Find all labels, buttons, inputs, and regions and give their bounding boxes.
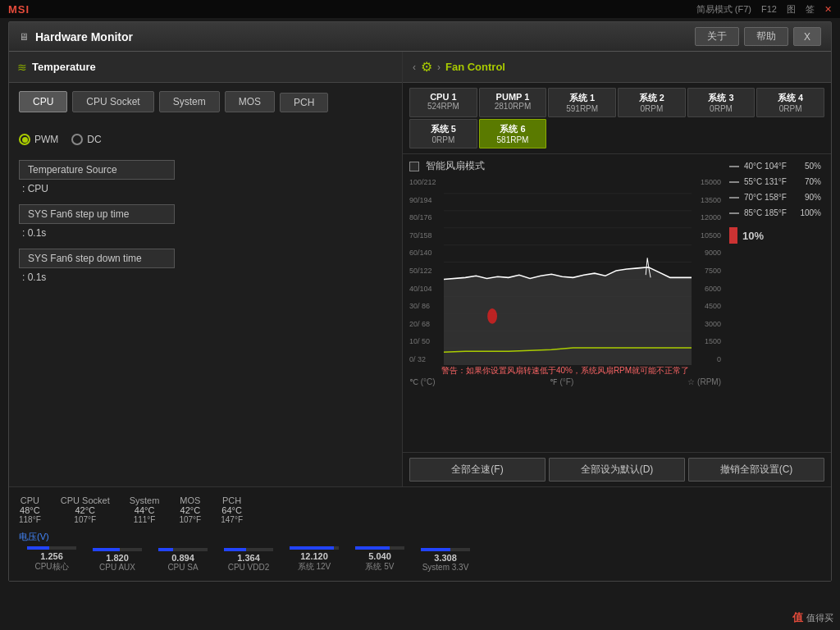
voltage-系统 12V: 12.120 系统 12V [281,546,347,573]
window-title: Hardware Monitor [35,30,133,43]
close-button[interactable]: X [793,27,821,46]
temperature-tab-header: ≋ Temperature [9,52,402,83]
fan-speed-grid: CPU 1524RPMPUMP 12810RPM系统 1591RPM系统 20R… [403,83,831,154]
fan-cell-PUMP-1[interactable]: PUMP 12810RPM [479,88,547,117]
voltage-section-label: 电压(V) [19,531,821,543]
title-bar: 🖥 Hardware Monitor 关于 帮助 X [9,22,831,52]
temp-marker-row: 55°C 131°F 70% [726,175,824,189]
dc-radio[interactable]: DC [71,134,101,145]
right-panel: ‹ ⚙ › Fan Control CPU 1524RPMPUMP 12810R… [403,52,831,486]
main-window: 🖥 Hardware Monitor 关于 帮助 X ≋ Temperature… [8,21,832,582]
pch-temp-button[interactable]: PCH [280,93,328,112]
fan-cell-系统-2[interactable]: 系统 20RPM [618,88,686,117]
voltage-section: 电压(V) 1.256 CPU核心 1.820 CPU AUX 0.894 CP… [19,527,821,576]
sensor-System: System 44°C 111°F [130,495,160,524]
temperature-buttons: CPU CPU Socket System MOS PCH [9,83,402,117]
monitor-icon: 🖥 [19,31,29,43]
voltage-CPU核心: 1.256 CPU核心 [19,546,84,573]
close-top-icon[interactable]: ✕ [824,4,832,15]
chart-container: 智能风扇模式 100/21290/19480/17670/15860/14050… [403,154,831,452]
chart-y-labels-right: 1500013500120001050090007500600045003000… [692,176,721,365]
chart-title-row: 智能风扇模式 [409,159,721,173]
chart-right-sidebar: 40°C 104°F 50% 55°C 131°F 70% 70°C 158°F… [726,159,824,447]
left-panel: ≋ Temperature CPU CPU Socket System MOS … [9,52,403,486]
temperature-source-value: : CPU [19,181,392,196]
msi-top-bar: MSI 简易模式 (F7) F12 图 签 ✕ [0,0,840,18]
fan-cell-系统-1[interactable]: 系统 1591RPM [548,88,616,117]
system-temp-button[interactable]: System [159,91,220,112]
chart-area: 智能风扇模式 100/21290/19480/17670/15860/14050… [409,159,721,447]
cpu-temp-button[interactable]: CPU [19,91,67,112]
set-default-button[interactable]: 全部设为默认(D) [549,458,685,482]
pwm-dc-radio-group: PWM DC [19,127,392,152]
top-right-controls: 简易模式 (F7) F12 图 签 ✕ [696,3,832,16]
temperature-source-group: Temperature Source : CPU [19,160,392,196]
action-buttons: 全部全速(F) 全部设为默认(D) 撤销全部设置(C) [403,452,831,486]
pwm-radio-label: PWM [34,134,58,145]
step-down-label[interactable]: SYS Fan6 step down time [19,249,175,268]
title-bar-buttons: 关于 帮助 X [695,27,821,46]
temp-marker-row: 85°C 185°F 100% [726,206,824,220]
f12-icon[interactable]: F12 [761,4,777,14]
smart-mode-label: 智能风扇模式 [426,159,485,173]
pwm-radio[interactable]: PWM [19,134,58,145]
nav-prev-icon[interactable]: ‹ [413,62,416,73]
temperature-source-label[interactable]: Temperature Source [19,160,175,180]
fan-cell-CPU-1[interactable]: CPU 1524RPM [409,88,477,117]
easy-mode-label[interactable]: 简易模式 (F7) [696,3,751,16]
fan-tab-icon: ⚙ [421,59,432,75]
pwm-radio-circle [19,134,30,145]
percent-bar [729,227,737,244]
fan-cell-系统-6[interactable]: 系统 6581RPM [479,119,547,148]
help-button[interactable]: 帮助 [744,27,788,46]
svg-point-11 [487,308,497,324]
chart-y-labels-left: 100/21290/19480/17670/15860/14050/12240/… [409,176,444,365]
voltage-CPU SA: 0.894 CPU SA [150,548,216,572]
fan-cell-系统-5[interactable]: 系统 50RPM [409,119,477,148]
fan-tab-header: ‹ ⚙ › Fan Control [403,52,831,83]
step-down-time-group: SYS Fan6 step down time : 0.1s [19,249,392,285]
step-down-value: : 0.1s [19,270,392,285]
smart-mode-checkbox[interactable] [409,162,419,171]
step-up-time-group: SYS Fan6 step up time : 0.1s [19,204,392,240]
display-icon[interactable]: 图 [787,3,796,16]
step-up-label[interactable]: SYS Fan6 step up time [19,204,175,224]
sensor-CPU-Socket: CPU Socket 42°C 107°F [61,495,110,524]
celsius-label: ℃ (°C) [409,377,436,386]
pwm-radio-dot [22,137,28,143]
voltage-系统 5V: 5.040 系统 5V [347,546,413,573]
cpu-socket-temp-button[interactable]: CPU Socket [72,91,153,112]
content-area: ≋ Temperature CPU CPU Socket System MOS … [9,52,831,486]
sensor-MOS: MOS 42°C 107°F [179,495,201,524]
bottom-watermark: 值 值得买 [792,610,833,625]
voltage-CPU AUX: 1.820 CPU AUX [84,548,150,572]
cancel-all-button[interactable]: 撤销全部设置(C) [688,458,824,482]
fan-chart[interactable]: 100/21290/19480/17670/15860/14050/12240/… [409,176,721,365]
fan-cell-系统-3[interactable]: 系统 30RPM [687,88,756,117]
step-up-value: : 0.1s [19,226,392,240]
sensor-PCH: PCH 64°C 147°F [221,495,243,524]
sensors-area: CPU 48°C 118°F CPU Socket 42°C 107°F Sys… [9,486,831,581]
temp-tab-label: Temperature [32,61,96,73]
dc-radio-circle [71,134,83,145]
user-icon[interactable]: 签 [806,3,815,16]
chart-svg[interactable] [444,176,692,365]
about-button[interactable]: 关于 [695,27,739,46]
voltage-row: 1.256 CPU核心 1.820 CPU AUX 0.894 CPU SA 1… [19,546,821,573]
rpm-label: ☆ (RPM) [687,377,721,386]
fan-cell-系统-4[interactable]: 系统 40RPM [756,88,824,117]
dc-radio-label: DC [87,134,101,145]
temperature-sensors-row: CPU 48°C 118°F CPU Socket 42°C 107°F Sys… [19,492,821,527]
temp-marker-row: 40°C 104°F 50% [726,159,824,173]
svg-marker-10 [444,267,692,365]
watermark-logo: 值 [792,610,803,625]
nav-next-icon[interactable]: › [437,62,441,73]
voltage-System 3.3V: 3.308 System 3.3V [413,548,478,572]
full-speed-button[interactable]: 全部全速(F) [409,458,546,482]
percent-indicator: 10% [726,225,824,246]
watermark-text: 值得买 [806,612,833,624]
fahrenheit-label: ℉ (°F) [550,377,574,386]
mos-temp-button[interactable]: MOS [225,91,275,112]
title-bar-left: 🖥 Hardware Monitor [19,30,133,43]
temp-marker-row: 70°C 158°F 90% [726,190,824,204]
